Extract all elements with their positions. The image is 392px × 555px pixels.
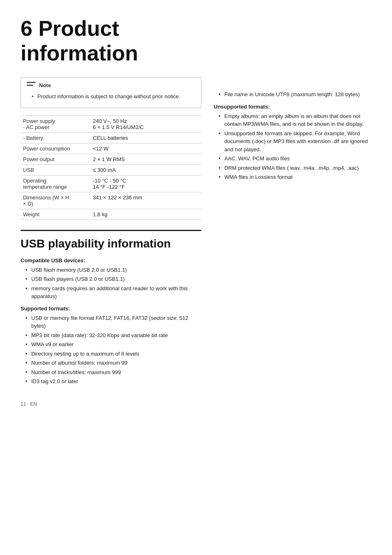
spec-label: Power supply- AC power	[21, 116, 90, 133]
table-row: Power supply- AC power 240 V~, 50 Hz6 × …	[21, 116, 201, 133]
chapter-title: Productinformation	[21, 16, 138, 65]
chapter-number: 6	[21, 16, 32, 40]
spec-label: Weight	[21, 209, 90, 220]
list-item: memory cards (requires an additional car…	[25, 284, 201, 301]
note-label: Note	[39, 82, 51, 88]
spec-value: 1.8 kg	[90, 209, 201, 220]
compatible-heading: Compatible USB devices:	[21, 257, 201, 264]
table-row: Power output 2 × 1 W RMS	[21, 154, 201, 165]
right-column: File name in Unicode UTF8 (maximum lengt…	[214, 16, 371, 389]
spec-label: USB	[21, 165, 90, 176]
note-text: Product information is subject to change…	[27, 92, 195, 101]
spec-value: <12 W	[90, 143, 201, 154]
list-item: USB flash players (USB 2.0 or USB1.1)	[25, 275, 201, 283]
note-icon	[27, 82, 36, 89]
spec-value: CELL batteries	[90, 133, 201, 143]
supported-list: USB or memory file format FAT12, FAT16, …	[21, 314, 201, 386]
note-header: Note	[27, 82, 195, 89]
table-row: Weight 1.8 kg	[21, 209, 201, 220]
spec-value: -10 °C - 50 °C14 °F -122 °F	[90, 176, 201, 192]
note-box: Note Product information is subject to c…	[21, 77, 201, 109]
spec-label: Power output	[21, 154, 90, 165]
spec-table: Power supply- AC power 240 V~, 50 Hz6 × …	[21, 116, 201, 220]
language-label: EN	[30, 401, 37, 407]
spec-label: - Battery	[21, 133, 90, 143]
spec-value: 341 × 122 × 236 mm	[90, 192, 201, 209]
usb-section-title: USB playability information	[21, 237, 201, 251]
table-row: Dimensions (W × H× D) 341 × 122 × 236 mm	[21, 192, 201, 209]
spec-label: Operatingtemperature range	[21, 176, 90, 192]
table-row: Operatingtemperature range -10 °C - 50 °…	[21, 176, 201, 192]
list-item: Empty albums: an empty album is an album…	[219, 112, 371, 128]
unsupported-list: Empty albums: an empty album is an album…	[214, 112, 371, 181]
table-row: Power consumption <12 W	[21, 143, 201, 154]
list-item: USB flash memory (USB 2.0 or USB1.1)	[25, 266, 201, 274]
spec-label: Power consumption	[21, 143, 90, 154]
spec-value: 2 × 1 W RMS	[90, 154, 201, 165]
top-section: 6 Productinformation Note Product inform…	[21, 16, 371, 389]
left-column: 6 Productinformation Note Product inform…	[21, 16, 201, 389]
extra-items-list: File name in Unicode UTF8 (maximum lengt…	[214, 90, 371, 99]
list-item: Unsupported file formats are skipped. Fo…	[219, 130, 371, 154]
page-footer: 11 EN	[21, 401, 371, 407]
unsupported-heading: Unsupported formats:	[214, 104, 371, 110]
table-row: USB ≤ 300 mA	[21, 165, 201, 176]
supported-heading: Supported formats:	[21, 305, 201, 312]
list-item: Directory nesting up to a maximum of 8 l…	[25, 350, 201, 358]
page-number: 11	[21, 401, 26, 407]
list-item: MP3 bit rate (data rate): 32-320 Kbps an…	[25, 331, 201, 340]
compatible-list: USB flash memory (USB 2.0 or USB1.1) USB…	[21, 266, 201, 301]
table-row: - Battery CELL batteries	[21, 133, 201, 143]
page-title: 6 Productinformation	[21, 16, 201, 66]
list-item: AAC, WAV, PCM audio files	[219, 155, 371, 163]
spec-label: Dimensions (W × H× D)	[21, 192, 90, 209]
list-item: WMA v9 or earlier	[25, 340, 201, 349]
list-item: Number of albums/ folders: maximum 99	[25, 359, 201, 367]
list-item: File name in Unicode UTF8 (maximum lengt…	[219, 90, 371, 99]
note-list-item: Product information is subject to change…	[32, 92, 195, 101]
list-item: DRM protected WMA files (.wav, .m4a, .m4…	[219, 164, 371, 172]
list-item: WMA files in Lossless format	[219, 173, 371, 181]
list-item: USB or memory file format FAT12, FAT16, …	[25, 314, 201, 330]
page-layout: 6 Productinformation Note Product inform…	[21, 16, 371, 407]
spec-value: 240 V~, 50 Hz6 × 1.5 V R14/UM2/C	[90, 116, 201, 133]
list-item: ID3 tag v2.0 or later	[25, 377, 201, 386]
spec-value: ≤ 300 mA	[90, 165, 201, 176]
section-divider	[21, 230, 201, 231]
list-item: Number of tracks/titles: maximum 999	[25, 368, 201, 377]
